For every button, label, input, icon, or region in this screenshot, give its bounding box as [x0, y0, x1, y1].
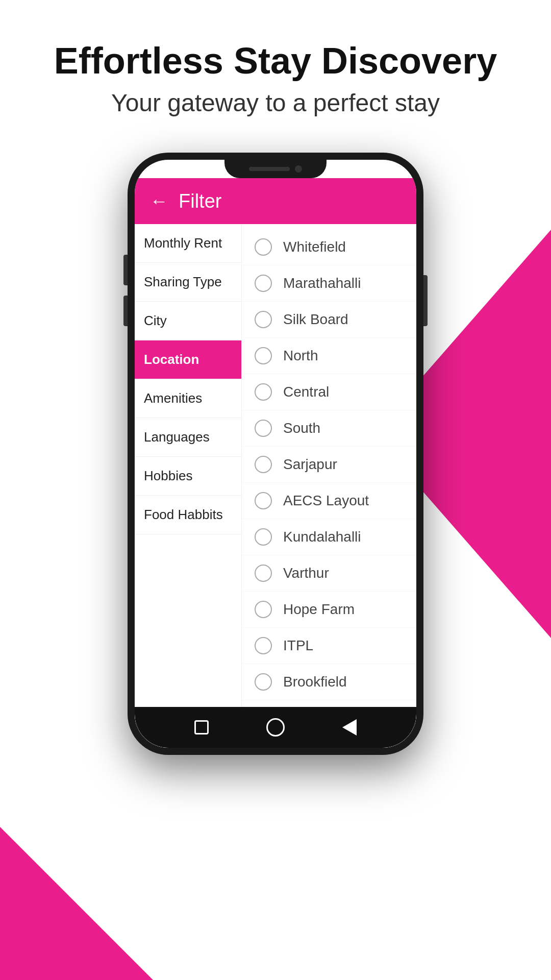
- sidebar-item-monthly-rent[interactable]: Monthly Rent: [135, 224, 241, 263]
- location-option[interactable]: Varthur: [242, 555, 416, 592]
- location-option[interactable]: Kundalahalli: [242, 519, 416, 555]
- filter-body: Monthly RentSharing TypeCityLocationAmen…: [135, 224, 416, 748]
- location-label: Whitefield: [283, 239, 346, 255]
- location-label: Silk Board: [283, 311, 348, 328]
- radio-button[interactable]: [255, 456, 272, 473]
- radio-button[interactable]: [255, 238, 272, 256]
- radio-button[interactable]: [255, 565, 272, 582]
- location-option[interactable]: Brookfield: [242, 664, 416, 700]
- location-label: ITPL: [283, 638, 313, 654]
- radio-button[interactable]: [255, 528, 272, 546]
- location-label: North: [283, 348, 318, 364]
- sidebar-item-food-habbits[interactable]: Food Habbits: [135, 496, 241, 534]
- android-nav-bar: [135, 707, 416, 748]
- radio-button[interactable]: [255, 673, 272, 691]
- nav-home-icon[interactable]: [266, 718, 285, 737]
- radio-button[interactable]: [255, 637, 272, 654]
- radio-button[interactable]: [255, 601, 272, 618]
- location-option[interactable]: South: [242, 410, 416, 447]
- location-option[interactable]: Marathahalli: [242, 265, 416, 302]
- notch-bar: [249, 167, 290, 171]
- radio-button[interactable]: [255, 383, 272, 401]
- sidebar-item-hobbies[interactable]: Hobbies: [135, 457, 241, 496]
- phone-outer: ← Filter Monthly RentSharing TypeCityLoc…: [128, 153, 423, 755]
- nav-square-icon[interactable]: [194, 720, 209, 734]
- radio-button[interactable]: [255, 275, 272, 292]
- radio-button[interactable]: [255, 347, 272, 364]
- sidebar-item-sharing-type[interactable]: Sharing Type: [135, 263, 241, 302]
- notch-dot: [295, 165, 302, 173]
- location-label: Brookfield: [283, 674, 347, 690]
- side-button-left-top: [123, 255, 128, 285]
- location-option[interactable]: Silk Board: [242, 302, 416, 338]
- sidebar-item-languages[interactable]: Languages: [135, 418, 241, 457]
- bg-triangle-bottom-left: [0, 827, 153, 980]
- phone-screen: ← Filter Monthly RentSharing TypeCityLoc…: [135, 160, 416, 748]
- back-icon[interactable]: ←: [150, 190, 168, 212]
- sidebar-item-amenities[interactable]: Amenities: [135, 379, 241, 418]
- main-title: Effortless Stay Discovery: [0, 41, 551, 81]
- sub-title: Your gateway to a perfect stay: [0, 89, 551, 117]
- location-option[interactable]: AECS Layout: [242, 483, 416, 519]
- location-option[interactable]: North: [242, 338, 416, 374]
- location-label: Marathahalli: [283, 275, 361, 291]
- location-label: Varthur: [283, 565, 329, 581]
- location-label: AECS Layout: [283, 493, 369, 509]
- location-option[interactable]: Central: [242, 374, 416, 410]
- location-option[interactable]: Whitefield: [242, 229, 416, 265]
- radio-button[interactable]: [255, 492, 272, 509]
- sidebar-item-location[interactable]: Location: [135, 340, 241, 379]
- header-section: Effortless Stay Discovery Your gateway t…: [0, 0, 551, 142]
- nav-back-icon[interactable]: [342, 719, 357, 736]
- filter-sidebar: Monthly RentSharing TypeCityLocationAmen…: [135, 224, 242, 748]
- location-label: Hope Farm: [283, 601, 355, 618]
- radio-button[interactable]: [255, 420, 272, 437]
- location-option[interactable]: Hope Farm: [242, 592, 416, 628]
- sidebar-item-city[interactable]: City: [135, 302, 241, 340]
- location-label: South: [283, 420, 320, 436]
- location-label: Sarjapur: [283, 456, 337, 473]
- location-option[interactable]: ITPL: [242, 628, 416, 664]
- phone-notch: [224, 160, 327, 178]
- phone-container: ← Filter Monthly RentSharing TypeCityLoc…: [0, 153, 551, 755]
- location-label: Kundalahalli: [283, 529, 361, 545]
- radio-button[interactable]: [255, 311, 272, 328]
- location-option[interactable]: Sarjapur: [242, 447, 416, 483]
- filter-content: WhitefieldMarathahalliSilk BoardNorthCen…: [242, 224, 416, 748]
- location-label: Central: [283, 384, 329, 400]
- app-header: ← Filter: [135, 178, 416, 224]
- side-button-right: [423, 275, 428, 326]
- header-title: Filter: [179, 190, 221, 212]
- side-button-left-bottom: [123, 296, 128, 326]
